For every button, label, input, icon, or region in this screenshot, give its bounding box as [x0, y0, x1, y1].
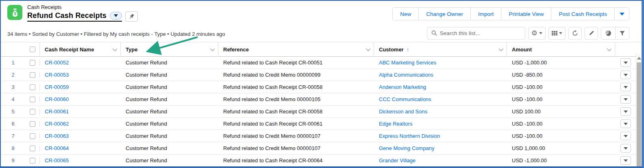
chevron-down-icon[interactable] [366, 46, 370, 51]
row-checkbox-cell [25, 146, 40, 151]
vertical-scrollbar[interactable] [636, 53, 642, 166]
row-number: 1 [1, 60, 25, 66]
chevron-down-icon[interactable] [607, 46, 611, 51]
customer-link[interactable]: Grander Village [379, 157, 416, 164]
cash-receipt-link[interactable]: CR-00063 [45, 133, 69, 139]
cash-receipt-link[interactable]: CR-00052 [45, 60, 69, 66]
row-actions-button[interactable] [620, 156, 631, 165]
cash-receipt-name-cell: CR-00053 [40, 72, 121, 78]
column-header-cash-receipt-name[interactable]: Cash Receipt Name [40, 42, 121, 56]
reference-cell: Refund related to Cash Receipt CR-00058 [218, 84, 374, 90]
row-checkbox[interactable] [30, 60, 35, 66]
row-actions-button[interactable] [620, 95, 631, 104]
printable-view-button[interactable]: Printable View [501, 8, 551, 20]
column-header-type[interactable]: Type [121, 42, 218, 56]
customer-link[interactable]: Gene Moving Company [379, 145, 435, 151]
amount-cell: USD -100.00 [507, 84, 615, 90]
row-actions-button[interactable] [620, 71, 631, 79]
entity-label: Cash Receipts [27, 4, 138, 11]
list-summary-text: 34 items • Sorted by Customer • Filtered… [7, 29, 225, 37]
search-input[interactable] [440, 30, 521, 36]
chevron-down-icon [620, 13, 624, 15]
change-owner-button[interactable]: Change Owner [418, 8, 470, 20]
post-cash-receipts-button[interactable]: Post Cash Receipts [551, 8, 614, 20]
row-checkbox[interactable] [30, 121, 35, 127]
row-actions-button[interactable] [620, 132, 631, 140]
list-view-selector-button[interactable] [110, 12, 122, 20]
table-row: 8 CR-00064 Customer Refund Refund relate… [1, 142, 642, 155]
customer-link[interactable]: Anderson Marketing [379, 84, 426, 90]
table-row: 2 CR-00053 Customer Refund Refund relate… [1, 69, 642, 81]
customer-link[interactable]: Express Northern Division [379, 133, 440, 139]
chevron-down-icon[interactable] [210, 46, 215, 51]
import-button[interactable]: Import [470, 8, 501, 20]
reference-cell: Refund related to Cash Receipt CR-00064 [218, 157, 374, 164]
row-actions-button[interactable] [620, 144, 631, 153]
customer-cell: Gene Moving Company [374, 145, 507, 151]
chevron-down-icon [624, 147, 628, 150]
row-number: 8 [1, 145, 25, 151]
row-actions-button[interactable] [620, 58, 631, 67]
row-actions-cell [615, 132, 636, 140]
row-number: 3 [1, 84, 25, 90]
scroll-up-arrow-icon[interactable] [637, 57, 641, 60]
customer-cell: Alpha Communications [374, 72, 507, 78]
select-all-checkbox[interactable] [30, 46, 35, 52]
chevron-down-icon [624, 123, 628, 125]
row-checkbox[interactable] [30, 158, 35, 164]
row-checkbox[interactable] [30, 133, 35, 139]
column-header-reference[interactable]: Reference [218, 42, 374, 56]
column-header-amount[interactable]: Amount [507, 42, 615, 56]
row-actions-button[interactable] [620, 83, 631, 91]
reference-cell: Refund related to Cash Receipt CR-00051 [218, 60, 374, 66]
inline-edit-button[interactable] [585, 27, 598, 40]
more-actions-button[interactable] [614, 8, 629, 20]
filter-button[interactable] [615, 27, 629, 39]
chevron-down-icon [559, 32, 562, 34]
customer-link[interactable]: Alpha Communications [379, 72, 433, 78]
column-header-customer[interactable]: Customer ↑ [374, 42, 507, 56]
charts-button[interactable] [601, 27, 615, 39]
cash-receipt-link[interactable]: CR-00065 [45, 157, 69, 164]
amount-cell: USD 1,000.00 [507, 145, 615, 151]
cash-receipt-link[interactable]: CR-00059 [45, 84, 69, 90]
row-actions-button[interactable] [620, 107, 631, 116]
table-row: 9 CR-00065 Customer Refund Refund relate… [1, 155, 642, 167]
chevron-down-icon [624, 74, 628, 76]
customer-link[interactable]: CCC Communications [379, 96, 431, 102]
salesforce-list-view-window: $ Cash Receipts Refund Cash Receipts [0, 0, 644, 168]
row-number-column-header [1, 42, 25, 56]
refresh-button[interactable] [568, 27, 582, 40]
pin-list-view-button[interactable] [125, 11, 138, 22]
display-as-button[interactable] [548, 27, 566, 40]
cash-receipt-link[interactable]: CR-00062 [45, 121, 69, 127]
chevron-down-icon[interactable] [499, 46, 503, 51]
row-actions-cell [615, 71, 636, 79]
table-row: 6 CR-00062 Customer Refund Refund relate… [1, 118, 642, 130]
select-all-checkbox-cell [25, 42, 40, 56]
cash-receipt-link[interactable]: CR-00060 [45, 96, 69, 102]
customer-link[interactable]: Dickenson and Sons [379, 108, 427, 115]
row-checkbox[interactable] [30, 84, 35, 90]
row-checkbox[interactable] [30, 72, 35, 78]
row-actions-cell [615, 58, 636, 67]
reference-cell: Refund related to Cash Receipt CR-00061 [218, 121, 374, 127]
cash-receipt-link[interactable]: CR-00053 [45, 72, 69, 78]
type-cell: Customer Refund [121, 145, 218, 151]
table-row: 7 CR-00063 Customer Refund Refund relate… [1, 130, 642, 142]
chevron-down-icon [624, 86, 628, 88]
row-number: 6 [1, 121, 25, 127]
new-button[interactable]: New [393, 8, 418, 20]
cash-receipt-name-cell: CR-00065 [40, 157, 121, 164]
row-actions-button[interactable] [620, 119, 631, 128]
list-view-controls-button[interactable]: ⚙ [528, 27, 546, 40]
row-checkbox[interactable] [30, 109, 35, 115]
scrollbar-thumb[interactable] [637, 62, 641, 166]
row-checkbox[interactable] [30, 97, 35, 102]
customer-link[interactable]: Edge Realtors [379, 121, 412, 127]
cash-receipt-link[interactable]: CR-00064 [45, 145, 69, 151]
cash-receipt-link[interactable]: CR-00061 [45, 108, 69, 115]
row-checkbox[interactable] [30, 146, 35, 151]
customer-link[interactable]: ABC Marketing Services [379, 60, 436, 66]
chevron-down-icon[interactable] [113, 46, 117, 51]
